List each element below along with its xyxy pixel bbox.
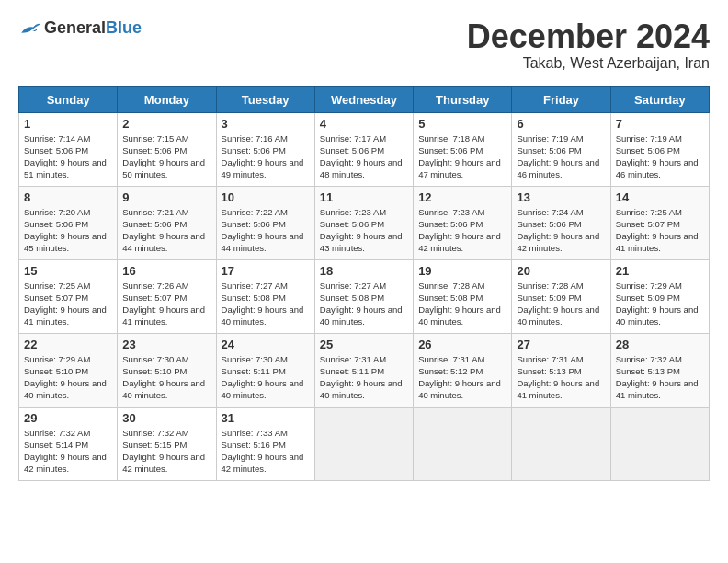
- calendar-cell: 22Sunrise: 7:29 AMSunset: 5:10 PMDayligh…: [19, 333, 118, 407]
- day-number: 20: [517, 264, 605, 278]
- calendar-cell: 28Sunrise: 7:32 AMSunset: 5:13 PMDayligh…: [610, 333, 709, 407]
- day-number: 30: [122, 411, 210, 425]
- title-section: December 2024 Takab, West Azerbaijan, Ir…: [467, 18, 710, 72]
- day-number: 23: [122, 338, 210, 351]
- logo-blue: Blue: [106, 18, 142, 37]
- day-info: Sunrise: 7:29 AMSunset: 5:10 PMDaylight:…: [24, 353, 112, 402]
- day-info: Sunrise: 7:19 AMSunset: 5:06 PMDaylight:…: [517, 132, 605, 181]
- day-number: 9: [122, 190, 210, 204]
- calendar-cell: 31Sunrise: 7:33 AMSunset: 5:16 PMDayligh…: [216, 407, 314, 480]
- calendar-cell: 16Sunrise: 7:26 AMSunset: 5:07 PMDayligh…: [118, 259, 216, 333]
- day-number: 4: [320, 117, 408, 131]
- header: GeneralBlue December 2024 Takab, West Az…: [18, 18, 710, 72]
- day-number: 17: [222, 264, 310, 278]
- week-row-5: 29Sunrise: 7:32 AMSunset: 5:14 PMDayligh…: [19, 407, 710, 480]
- day-number: 1: [24, 117, 112, 131]
- calendar-cell: 13Sunrise: 7:24 AMSunset: 5:06 PMDayligh…: [512, 186, 610, 259]
- day-info: Sunrise: 7:28 AMSunset: 5:09 PMDaylight:…: [517, 280, 605, 328]
- calendar-cell: 27Sunrise: 7:31 AMSunset: 5:13 PMDayligh…: [512, 333, 610, 407]
- day-number: 10: [222, 190, 310, 204]
- day-info: Sunrise: 7:20 AMSunset: 5:06 PMDaylight:…: [24, 206, 112, 255]
- header-row: SundayMondayTuesdayWednesdayThursdayFrid…: [19, 86, 710, 112]
- header-day-wednesday: Wednesday: [314, 86, 413, 112]
- day-number: 31: [222, 411, 310, 425]
- header-day-saturday: Saturday: [610, 86, 709, 112]
- day-info: Sunrise: 7:27 AMSunset: 5:08 PMDaylight:…: [320, 280, 408, 328]
- calendar-cell: 26Sunrise: 7:31 AMSunset: 5:12 PMDayligh…: [414, 333, 512, 407]
- calendar-cell: 5Sunrise: 7:18 AMSunset: 5:06 PMDaylight…: [414, 112, 512, 186]
- day-info: Sunrise: 7:32 AMSunset: 5:14 PMDaylight:…: [24, 427, 112, 476]
- calendar-cell: 8Sunrise: 7:20 AMSunset: 5:06 PMDaylight…: [19, 186, 118, 259]
- day-info: Sunrise: 7:16 AMSunset: 5:06 PMDaylight:…: [222, 132, 310, 181]
- calendar-cell: 3Sunrise: 7:16 AMSunset: 5:06 PMDaylight…: [216, 112, 314, 186]
- calendar-cell: 14Sunrise: 7:25 AMSunset: 5:07 PMDayligh…: [610, 186, 709, 259]
- day-number: 28: [616, 338, 704, 351]
- day-info: Sunrise: 7:33 AMSunset: 5:16 PMDaylight:…: [222, 427, 310, 476]
- calendar-cell: 1Sunrise: 7:14 AMSunset: 5:06 PMDaylight…: [19, 112, 118, 186]
- day-number: 5: [418, 117, 506, 131]
- calendar-table: SundayMondayTuesdayWednesdayThursdayFrid…: [18, 86, 710, 481]
- day-number: 2: [122, 117, 210, 131]
- header-day-tuesday: Tuesday: [216, 86, 314, 112]
- header-day-friday: Friday: [512, 86, 610, 112]
- calendar-cell: 12Sunrise: 7:23 AMSunset: 5:06 PMDayligh…: [414, 186, 512, 259]
- header-day-sunday: Sunday: [19, 86, 118, 112]
- day-number: 7: [616, 117, 704, 131]
- calendar-cell: 17Sunrise: 7:27 AMSunset: 5:08 PMDayligh…: [216, 259, 314, 333]
- location-title: Takab, West Azerbaijan, Iran: [467, 55, 710, 72]
- day-info: Sunrise: 7:23 AMSunset: 5:06 PMDaylight:…: [418, 206, 506, 255]
- day-number: 24: [222, 338, 310, 351]
- day-info: Sunrise: 7:26 AMSunset: 5:07 PMDaylight:…: [122, 280, 210, 328]
- day-info: Sunrise: 7:19 AMSunset: 5:06 PMDaylight:…: [616, 132, 704, 181]
- day-info: Sunrise: 7:28 AMSunset: 5:08 PMDaylight:…: [418, 280, 506, 328]
- calendar-cell: [512, 407, 610, 480]
- day-info: Sunrise: 7:31 AMSunset: 5:11 PMDaylight:…: [320, 353, 408, 402]
- calendar-cell: 24Sunrise: 7:30 AMSunset: 5:11 PMDayligh…: [216, 333, 314, 407]
- day-info: Sunrise: 7:17 AMSunset: 5:06 PMDaylight:…: [320, 132, 408, 181]
- day-number: 3: [222, 117, 310, 131]
- calendar-cell: [610, 407, 709, 480]
- day-info: Sunrise: 7:24 AMSunset: 5:06 PMDaylight:…: [517, 206, 605, 255]
- day-info: Sunrise: 7:14 AMSunset: 5:06 PMDaylight:…: [24, 132, 112, 181]
- day-info: Sunrise: 7:27 AMSunset: 5:08 PMDaylight:…: [222, 280, 310, 328]
- day-number: 8: [24, 190, 112, 204]
- header-day-thursday: Thursday: [414, 86, 512, 112]
- day-info: Sunrise: 7:32 AMSunset: 5:15 PMDaylight:…: [122, 427, 210, 476]
- calendar-cell: 2Sunrise: 7:15 AMSunset: 5:06 PMDaylight…: [118, 112, 216, 186]
- day-info: Sunrise: 7:31 AMSunset: 5:13 PMDaylight:…: [517, 353, 605, 402]
- week-row-4: 22Sunrise: 7:29 AMSunset: 5:10 PMDayligh…: [19, 333, 710, 407]
- header-day-monday: Monday: [118, 86, 216, 112]
- day-info: Sunrise: 7:23 AMSunset: 5:06 PMDaylight:…: [320, 206, 408, 255]
- day-info: Sunrise: 7:30 AMSunset: 5:11 PMDaylight:…: [222, 353, 310, 402]
- day-number: 15: [24, 264, 112, 278]
- day-info: Sunrise: 7:21 AMSunset: 5:06 PMDaylight:…: [122, 206, 210, 255]
- calendar-cell: 4Sunrise: 7:17 AMSunset: 5:06 PMDaylight…: [314, 112, 413, 186]
- day-number: 11: [320, 190, 408, 204]
- day-number: 13: [517, 190, 605, 204]
- calendar-cell: 10Sunrise: 7:22 AMSunset: 5:06 PMDayligh…: [216, 186, 314, 259]
- calendar-cell: 6Sunrise: 7:19 AMSunset: 5:06 PMDaylight…: [512, 112, 610, 186]
- day-number: 22: [24, 338, 112, 351]
- calendar-cell: 7Sunrise: 7:19 AMSunset: 5:06 PMDaylight…: [610, 112, 709, 186]
- logo: GeneralBlue: [18, 18, 142, 38]
- day-info: Sunrise: 7:15 AMSunset: 5:06 PMDaylight:…: [122, 132, 210, 181]
- calendar-cell: 11Sunrise: 7:23 AMSunset: 5:06 PMDayligh…: [314, 186, 413, 259]
- calendar-cell: [314, 407, 413, 480]
- calendar-cell: 19Sunrise: 7:28 AMSunset: 5:08 PMDayligh…: [414, 259, 512, 333]
- day-info: Sunrise: 7:30 AMSunset: 5:10 PMDaylight:…: [122, 353, 210, 402]
- calendar-cell: 21Sunrise: 7:29 AMSunset: 5:09 PMDayligh…: [610, 259, 709, 333]
- day-info: Sunrise: 7:25 AMSunset: 5:07 PMDaylight:…: [24, 280, 112, 328]
- calendar-cell: 30Sunrise: 7:32 AMSunset: 5:15 PMDayligh…: [118, 407, 216, 480]
- day-number: 6: [517, 117, 605, 131]
- day-number: 12: [418, 190, 506, 204]
- calendar-cell: 20Sunrise: 7:28 AMSunset: 5:09 PMDayligh…: [512, 259, 610, 333]
- day-number: 14: [616, 190, 704, 204]
- day-info: Sunrise: 7:18 AMSunset: 5:06 PMDaylight:…: [418, 132, 506, 181]
- calendar-body: 1Sunrise: 7:14 AMSunset: 5:06 PMDaylight…: [19, 112, 710, 480]
- week-row-2: 8Sunrise: 7:20 AMSunset: 5:06 PMDaylight…: [19, 186, 710, 259]
- day-number: 19: [418, 264, 506, 278]
- calendar-cell: 29Sunrise: 7:32 AMSunset: 5:14 PMDayligh…: [19, 407, 118, 480]
- day-number: 18: [320, 264, 408, 278]
- day-number: 27: [517, 338, 605, 351]
- calendar-cell: 18Sunrise: 7:27 AMSunset: 5:08 PMDayligh…: [314, 259, 413, 333]
